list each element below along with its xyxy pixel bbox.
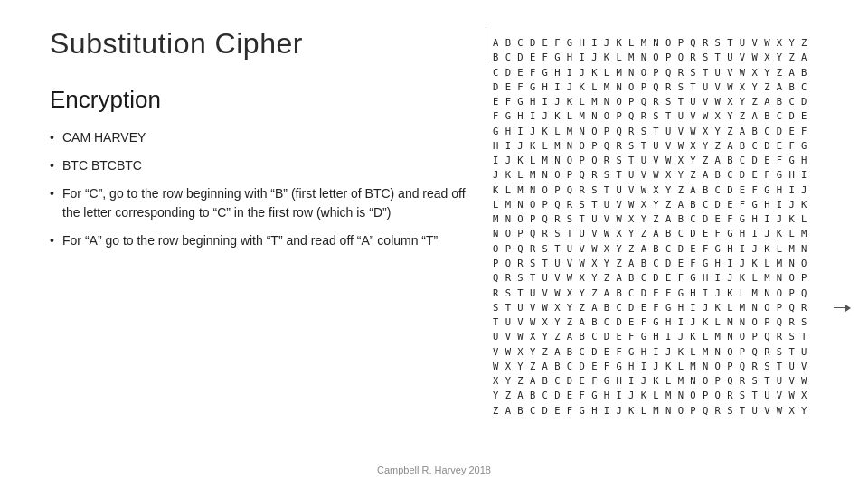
- bullet-list: CAM HARVEY BTC BTCBTC For “C”, go to the…: [50, 128, 475, 250]
- section-heading: Encryption: [50, 86, 475, 114]
- left-panel: Substitution Cipher Encryption CAM HARVE…: [50, 27, 493, 470]
- bullet-item-2: BTC BTCBTC: [50, 156, 475, 175]
- bullet-c-explanation: For “C”, go to the row beginning with “B…: [62, 186, 466, 220]
- vertical-line: [486, 27, 486, 61]
- bullet-btc: BTC BTCBTC: [62, 158, 142, 173]
- bullet-item-4: For “A” go to the row beginning with “T”…: [50, 231, 475, 250]
- page-title: Substitution Cipher: [50, 27, 475, 61]
- bullet-item-1: CAM HARVEY: [50, 128, 475, 147]
- bullet-item-3: For “C”, go to the row beginning with “B…: [50, 184, 475, 222]
- bullet-a-explanation: For “A” go to the row beginning with “T”…: [62, 233, 438, 248]
- cipher-table: A B C D E F G H I J K L M N O P Q R S T …: [493, 32, 850, 418]
- bullet-cam: CAM HARVEY: [62, 130, 146, 145]
- footer: Campbell R. Harvey 2018: [377, 465, 491, 475]
- right-panel: A B C D E F G H I J K L M N O P Q R S T …: [493, 27, 850, 470]
- horizontal-arrow: [834, 307, 850, 308]
